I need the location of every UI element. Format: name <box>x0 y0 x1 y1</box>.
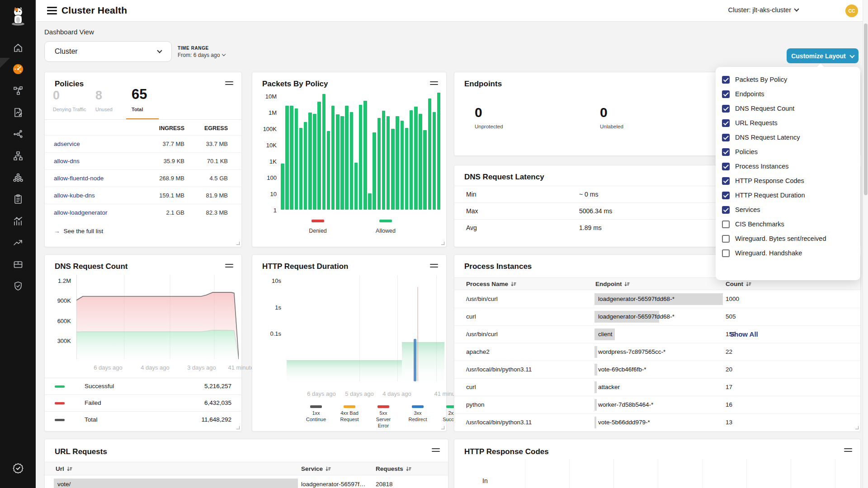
scrollbar-track[interactable] <box>863 0 868 488</box>
time-range-control[interactable]: TIME RANGE From: 6 days ago <box>178 46 225 58</box>
column-header-endpoint[interactable]: Endpoint <box>595 281 630 287</box>
checkbox-unchecked-icon[interactable] <box>722 235 730 243</box>
top-header: Cluster Health Cluster: jlt-aks-cluster … <box>36 0 868 22</box>
egress-value: 81.9 MB <box>206 192 228 199</box>
menu-item[interactable]: Process Instances <box>722 160 854 172</box>
bar <box>359 105 363 210</box>
column-header-count[interactable]: Count <box>726 281 751 287</box>
hamburger-menu-icon[interactable] <box>47 7 57 15</box>
drag-handle-icon[interactable] <box>430 81 438 87</box>
show-all-link[interactable]: Show All <box>730 330 758 338</box>
checkbox-checked-icon[interactable] <box>722 76 730 84</box>
menu-item[interactable]: Services <box>722 204 854 216</box>
checkbox-checked-icon[interactable] <box>722 105 730 113</box>
drag-handle-icon[interactable] <box>225 81 233 87</box>
menu-item-label: Policies <box>735 148 758 155</box>
trends-icon[interactable] <box>0 234 36 252</box>
flow-visualizer-icon[interactable] <box>0 125 36 143</box>
legend-row: Failed6,432,035 <box>45 394 241 411</box>
policy-report-icon[interactable] <box>0 103 36 122</box>
policy-link[interactable]: allow-dns <box>54 158 80 164</box>
menu-item[interactable]: Policies <box>722 146 854 158</box>
menu-item[interactable]: CIS Benchmarks <box>722 218 854 230</box>
menu-item[interactable]: HTTP Request Duration <box>722 189 854 201</box>
checkbox-checked-icon[interactable] <box>722 192 730 199</box>
bar <box>437 93 441 210</box>
resize-handle-icon[interactable] <box>236 242 240 245</box>
checkbox-checked-icon[interactable] <box>722 163 730 170</box>
compliance-clipboard-icon[interactable] <box>0 190 36 208</box>
column-header-url[interactable]: Url <box>56 465 72 472</box>
menu-item-label: CIS Benchmarks <box>735 221 784 228</box>
policies-card: Policies 0Denying Traffic 8Unused 65Tota… <box>44 72 242 247</box>
security-shield-icon[interactable] <box>0 277 36 295</box>
checkbox-checked-icon[interactable] <box>722 177 730 185</box>
y-tick-label: 100K <box>256 126 277 132</box>
cluster-selector[interactable]: Cluster: jlt-aks-cluster <box>728 6 798 14</box>
cluster-selector-label: Cluster: jlt-aks-cluster <box>728 6 791 14</box>
table-row: allow-loadgenerator2.1 GB82.3 MB <box>45 204 241 221</box>
checkbox-checked-icon[interactable] <box>722 148 730 156</box>
bar <box>396 116 399 210</box>
checkbox-checked-icon[interactable] <box>722 119 730 127</box>
drag-handle-icon[interactable] <box>430 264 438 269</box>
dashboard-gauge-icon[interactable] <box>0 60 36 78</box>
resize-handle-icon[interactable] <box>441 242 444 245</box>
legend-value: 6,432,035 <box>204 399 231 406</box>
activity-chart-icon[interactable] <box>0 212 36 230</box>
time-range-value[interactable]: From: 6 days ago <box>178 52 225 58</box>
drag-handle-icon[interactable] <box>432 448 440 454</box>
drag-handle-icon[interactable] <box>844 448 852 454</box>
resize-handle-icon[interactable] <box>855 426 859 429</box>
menu-item[interactable]: Endpoints <box>722 88 854 100</box>
menu-item[interactable]: URL Requests <box>722 117 854 129</box>
customize-layout-button[interactable]: Customize Layout <box>787 48 859 63</box>
checkbox-unchecked-icon[interactable] <box>722 221 730 228</box>
honeycomb-cluster-icon[interactable] <box>0 169 36 187</box>
storage-box-icon[interactable] <box>0 255 36 273</box>
avatar[interactable]: CC <box>845 5 858 17</box>
stat-total[interactable]: 65Total <box>132 89 147 112</box>
resize-handle-icon[interactable] <box>236 426 240 429</box>
menu-item[interactable]: DNS Request Latency <box>722 131 854 143</box>
column-header-ingress[interactable]: INGRESS <box>159 125 184 131</box>
menu-item[interactable]: Wireguard. Handshake <box>722 247 854 259</box>
policy-link[interactable]: allow-loadgenerator <box>54 209 108 216</box>
menu-item[interactable]: Wireguard. Bytes sent/received <box>722 233 854 244</box>
verified-badge-icon[interactable] <box>0 459 36 477</box>
drag-handle-icon[interactable] <box>225 264 233 269</box>
column-header-egress[interactable]: EGRESS <box>204 125 228 131</box>
bar <box>373 132 376 210</box>
policy-link[interactable]: adservice <box>54 141 80 147</box>
ingress-value: 2.1 GB <box>166 209 184 216</box>
legend-swatch <box>412 405 424 408</box>
checkbox-checked-icon[interactable] <box>722 206 730 214</box>
count-cell: 22 <box>726 348 732 355</box>
process-name-cell: /usr/local/bin/python3.11 <box>466 366 532 373</box>
view-select[interactable]: Cluster <box>44 41 172 62</box>
home-icon[interactable] <box>0 39 36 57</box>
policy-link[interactable]: allow-kube-dns <box>54 192 95 199</box>
spike-bar <box>417 287 418 381</box>
menu-item[interactable]: HTTP Response Codes <box>722 175 854 187</box>
column-header-requests[interactable]: Requests <box>376 465 411 472</box>
legend-label: 5xx <box>364 410 403 416</box>
checkbox-checked-icon[interactable] <box>722 134 730 141</box>
service-graph-icon[interactable] <box>0 82 36 100</box>
resize-handle-icon[interactable] <box>441 426 444 429</box>
cat-logo-icon[interactable] <box>0 4 36 27</box>
menu-item[interactable]: DNS Request Count <box>722 103 854 114</box>
policy-link[interactable]: allow-fluentd-node <box>54 175 104 182</box>
menu-item-label: HTTP Request Duration <box>735 192 805 199</box>
checkbox-unchecked-icon[interactable] <box>722 249 730 257</box>
column-header-process-name[interactable]: Process Name <box>466 281 516 287</box>
bar <box>317 102 321 210</box>
see-full-list-link[interactable]: →See the full list <box>54 228 103 235</box>
sort-icon <box>326 466 331 472</box>
checkbox-checked-icon[interactable] <box>722 90 730 98</box>
endpoint-bar <box>594 364 597 375</box>
column-header-service[interactable]: Service <box>301 465 331 472</box>
scrollbar-thumb[interactable] <box>864 23 868 195</box>
network-sitemap-icon[interactable] <box>0 147 36 165</box>
menu-item[interactable]: Packets By Policy <box>722 74 854 85</box>
